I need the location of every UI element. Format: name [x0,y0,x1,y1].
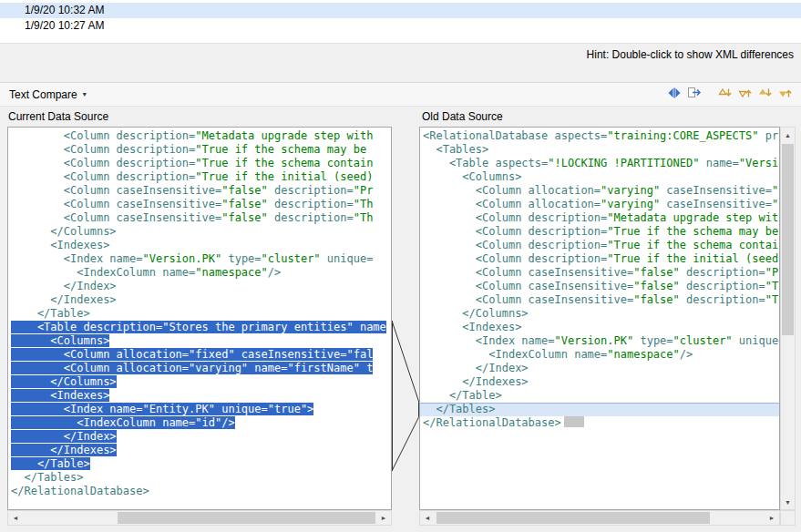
code-line[interactable]: </Columns> [11,375,391,389]
code-line[interactable]: <Column allocation="fixed" caseInsensiti… [11,348,391,362]
code-line[interactable]: <Column description="Metadata upgrade st… [11,129,391,143]
right-horizontal-scrollbar[interactable]: ◄ ► [419,510,780,526]
code-line[interactable]: <RelationalDatabase aspects="training:CO… [423,129,779,143]
code-line[interactable]: </Index> [11,280,391,293]
scroll-up-arrow-icon[interactable]: ▲ [781,128,795,142]
code-line[interactable]: <Column description="True if the schema … [423,239,779,252]
scrollbar-corner [780,510,796,526]
code-line[interactable]: </RelationalDatabase> [11,485,391,498]
scroll-right-arrow-icon[interactable]: ► [765,511,779,525]
code-line[interactable]: <Columns> [423,170,779,184]
scroll-left-arrow-icon[interactable]: ◄ [420,511,435,525]
code-line[interactable]: <Columns> [11,334,391,348]
next-change-icon [758,86,773,104]
code-line[interactable]: <Table aspects="!LOCKING !PARTITIONED" n… [423,157,779,170]
code-line[interactable]: <Column caseInsensitive="false" descript… [11,184,391,198]
code-line[interactable]: <Column description="Metadata upgrade st… [423,211,779,225]
viewer-mode-menu[interactable]: Text Compare ▾ [0,88,96,101]
code-line[interactable]: <Column caseInsensitive="false" descript… [423,266,779,280]
code-line[interactable]: </Columns> [423,307,779,321]
next-change-button[interactable] [755,85,775,105]
code-line[interactable]: <Index name="Version.PK" type="cluster" … [11,252,391,266]
swap-panes-icon [667,86,682,104]
scrollbar-thumb[interactable] [118,512,375,524]
code-line[interactable]: <Column caseInsensitive="false" descript… [423,280,779,293]
history-timestamp: 1/9/20 10:32 AM [25,4,104,16]
code-line[interactable]: <Index name="Version.PK" type="cluster" … [423,334,779,348]
code-line[interactable]: </Index> [11,430,391,444]
code-line[interactable]: <Indexes> [423,321,779,334]
code-line[interactable]: <Column description="True if the schema … [423,225,779,239]
code-line[interactable]: <Column allocation="varying" caseInsensi… [423,184,779,198]
toolbar-icon-group [664,85,801,105]
copy-change-left-to-right-button[interactable] [684,85,704,105]
code-line[interactable]: <Column caseInsensitive="false" descript… [423,293,779,307]
code-line[interactable]: </Table> [11,457,391,471]
code-line[interactable]: </Indexes> [423,375,779,389]
history-row[interactable]: 1/9/20 10:27 AM [0,18,801,34]
code-line[interactable]: <Tables> [423,143,779,157]
scrollbar-thumb[interactable] [436,512,710,524]
code-line[interactable]: <Indexes> [11,239,391,252]
code-line[interactable]: </Indexes> [11,293,391,307]
diff-connector [392,127,419,510]
code-line[interactable]: <Column caseInsensitive="false" descript… [11,211,391,225]
code-line[interactable]: </Table> [423,389,779,403]
code-line[interactable]: </Tables> [11,471,391,485]
code-line[interactable]: <Column description="True if the initial… [423,252,779,266]
scrollbar-thumb[interactable] [782,144,794,335]
code-line[interactable]: <Column description="True if the schema … [11,143,391,157]
previous-change-button[interactable] [775,85,796,105]
code-line[interactable]: <IndexColumn name="namespace"/> [423,348,779,362]
history-timestamp: 1/9/20 10:27 AM [25,19,104,32]
hint-text: Hint: Double-click to show XML differenc… [0,43,801,66]
code-line[interactable]: <Column allocation="varying" name="first… [11,362,391,375]
left-horizontal-scrollbar[interactable]: ◄ ► [7,510,392,526]
code-line[interactable]: <Table description="Stores the primary e… [11,321,391,334]
compare-pane-left[interactable]: <Column description="Metadata upgrade st… [7,127,392,510]
code-line[interactable]: </Columns> [11,225,391,239]
code-line[interactable]: <Column description="True if the schema … [11,157,391,170]
code-line[interactable]: <IndexColumn name="id"/> [11,416,391,430]
scroll-left-arrow-icon[interactable]: ◄ [8,511,23,525]
compare-pane-right[interactable]: <RelationalDatabase aspects="training:CO… [419,127,780,510]
code-line[interactable]: <Column description="True if the initial… [11,170,391,184]
code-line[interactable]: </Table> [11,307,391,321]
code-line[interactable]: <Column allocation="varying" caseInsensi… [423,198,779,211]
scroll-right-arrow-icon[interactable]: ► [376,511,391,525]
right-vertical-scrollbar[interactable]: ▲ ▼ [780,127,796,510]
scroll-down-arrow-icon[interactable]: ▼ [781,495,795,509]
insertion-marker [564,416,584,427]
code-line[interactable]: </Indexes> [11,444,391,457]
code-line[interactable]: </Tables> [420,403,779,416]
next-difference-icon [718,86,733,104]
swap-panes-button[interactable] [664,85,684,105]
previous-difference-button[interactable] [735,85,755,105]
viewer-mode-label: Text Compare [9,88,77,101]
compare-toolbar: Text Compare ▾ [0,82,801,107]
code-line[interactable]: <Index name="Entity.PK" unique="true"> [11,403,391,416]
history-list: 1/9/20 10:32 AM 1/9/20 10:27 AM [0,0,801,43]
compare-editor: 1/9/20 10:32 AM 1/9/20 10:27 AM Hint: Do… [0,0,801,532]
previous-change-icon [778,86,793,104]
history-row[interactable]: 1/9/20 10:32 AM [0,3,801,18]
code-line[interactable]: <IndexColumn name="namespace"/> [11,266,391,280]
left-pane-title: Current Data Source [8,107,108,127]
chevron-down-icon: ▾ [83,90,87,98]
right-pane-title: Old Data Source [422,107,503,127]
next-difference-button[interactable] [715,85,735,105]
code-line[interactable]: </RelationalDatabase> [423,416,779,430]
code-line[interactable]: <Indexes> [11,389,391,403]
copy-change-left-to-right-icon [687,86,702,104]
code-line[interactable]: <Column caseInsensitive="false" descript… [11,198,391,211]
code-line[interactable]: </Index> [423,362,779,375]
previous-difference-icon [738,86,753,104]
